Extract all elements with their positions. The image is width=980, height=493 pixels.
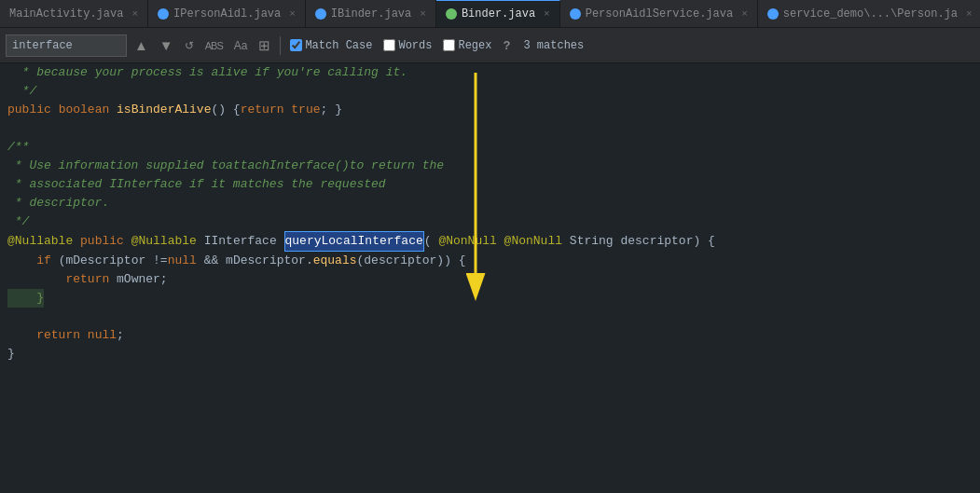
separator — [280, 36, 281, 55]
tab-person-aidl-service[interactable]: PersonAidlService.java × — [560, 0, 758, 28]
code-keyword: public — [80, 232, 124, 251]
toggle-wrap-button[interactable]: ↺ — [181, 34, 198, 57]
tab-ibinder[interactable]: IBinder.java × — [306, 0, 436, 28]
code-text: * descriptor. — [7, 194, 109, 212]
prev-match-button[interactable]: ▲ — [131, 34, 152, 57]
help-button[interactable]: ? — [499, 34, 514, 57]
tab-label: PersonAidlService.java — [586, 7, 733, 21]
next-match-button[interactable]: ▼ — [156, 34, 177, 57]
words-text: Words — [398, 39, 432, 52]
toggle-abs-button[interactable]: ABS — [201, 34, 227, 57]
code-text: (mDescriptor != — [51, 252, 168, 270]
code-keyword: return — [36, 326, 80, 345]
code-text: && mDescriptor. — [197, 252, 313, 270]
code-text: ( — [424, 232, 432, 251]
code-text: ; } — [321, 101, 342, 119]
code-text: */ — [7, 212, 29, 231]
tab-label: MainActivity.java — [9, 7, 123, 21]
close-icon[interactable]: × — [289, 8, 296, 20]
code-line: if (mDescriptor != null && mDescriptor. … — [0, 252, 980, 270]
code-text — [432, 232, 439, 251]
code-text — [197, 232, 204, 251]
matches-count: 3 matches — [523, 39, 584, 52]
close-icon[interactable]: × — [420, 8, 426, 20]
code-annotation: @Nullable — [7, 232, 73, 251]
code-keyword: public — [7, 101, 51, 119]
tab-label: Binder.java — [462, 7, 535, 21]
search-toolbar: ▲ ▼ ↺ ABS Aa ⊞ Match Case Words Regex ? … — [0, 28, 980, 63]
code-type: IInterface — [204, 232, 277, 251]
regex-label[interactable]: Regex — [439, 39, 495, 52]
tab-bar: MainActivity.java × IPersonAidl.java × I… — [0, 0, 980, 28]
close-icon[interactable]: × — [131, 8, 138, 20]
code-line: * descriptor. — [0, 194, 980, 212]
tab-label: IBinder.java — [331, 7, 411, 21]
tab-icon-blue — [767, 8, 779, 20]
words-label[interactable]: Words — [380, 39, 435, 52]
code-text — [562, 232, 570, 251]
tab-label: service_demo\...\Person.ja — [783, 7, 958, 21]
code-text: } — [7, 289, 44, 308]
code-text: descriptor) { — [614, 232, 715, 251]
tab-icon-blue — [315, 8, 326, 20]
close-icon[interactable]: × — [544, 8, 550, 20]
code-line: * because your process is alive if you'r… — [0, 63, 980, 82]
filter-button[interactable]: ⊞ — [255, 34, 274, 57]
code-keyword: return — [241, 101, 284, 119]
code-text: } — [7, 345, 15, 363]
code-text — [73, 232, 80, 251]
code-keyword: boolean — [59, 101, 110, 119]
code-type: String — [570, 232, 614, 251]
code-text — [7, 270, 65, 289]
close-icon[interactable]: × — [741, 8, 748, 20]
code-editor: * because your process is alive if you'r… — [0, 63, 980, 493]
code-keyword: return — [65, 270, 109, 289]
code-text: () { — [211, 101, 240, 119]
code-text: to return the — [350, 157, 444, 175]
regex-text: Regex — [458, 39, 491, 52]
code-text: /** — [7, 138, 29, 157]
code-text — [284, 101, 292, 119]
code-line: } — [0, 345, 980, 363]
match-case-text: Match Case — [305, 39, 372, 52]
code-annotation: @NonNull — [438, 232, 496, 251]
tab-icon-blue — [570, 8, 581, 20]
code-line: */ — [0, 212, 980, 231]
match-case-label[interactable]: Match Case — [286, 39, 376, 52]
code-text — [7, 252, 36, 270]
code-keyword: null — [88, 326, 117, 345]
toggle-regex-pre-button[interactable]: Aa — [230, 34, 252, 57]
code-keyword: if — [36, 252, 51, 270]
tab-iperson-aidl[interactable]: IPersonAidl.java × — [148, 0, 306, 28]
code-text — [109, 101, 117, 119]
code-line: public boolean isBinderAlive () { return… — [0, 101, 980, 119]
code-annotation: @NonNull — [504, 232, 562, 251]
code-text: */ — [7, 82, 36, 101]
tab-icon-green — [446, 8, 457, 20]
code-text — [277, 232, 284, 251]
code-line: /** — [0, 138, 980, 157]
regex-checkbox[interactable] — [443, 39, 455, 51]
code-keyword: null — [168, 252, 197, 270]
tab-main-activity[interactable]: MainActivity.java × — [0, 0, 148, 28]
code-line: return mOwner; — [0, 270, 980, 289]
code-text: mOwner; — [109, 270, 167, 289]
code-text: * Use information supplied to — [7, 157, 226, 175]
tab-service-demo[interactable]: service_demo\...\Person.ja × — [758, 0, 980, 28]
code-line: * Use information supplied to attachInte… — [0, 157, 980, 175]
code-keyword: true — [291, 101, 320, 119]
tab-icon-blue — [158, 8, 169, 20]
close-icon[interactable]: × — [966, 8, 973, 20]
tab-label: IPersonAidl.java — [173, 7, 281, 21]
code-line: @Nullable public @Nullable IInterface qu… — [0, 231, 980, 252]
tab-binder[interactable]: Binder.java × — [436, 0, 560, 28]
code-text: attachInterface() — [226, 157, 350, 175]
code-text — [124, 232, 131, 251]
match-case-checkbox[interactable] — [290, 39, 302, 51]
words-checkbox[interactable] — [383, 39, 395, 51]
code-line — [0, 308, 980, 326]
code-line — [0, 119, 980, 138]
search-input[interactable] — [6, 34, 127, 57]
code-text — [497, 232, 504, 251]
code-highlight: queryLocalInterface — [284, 231, 424, 252]
